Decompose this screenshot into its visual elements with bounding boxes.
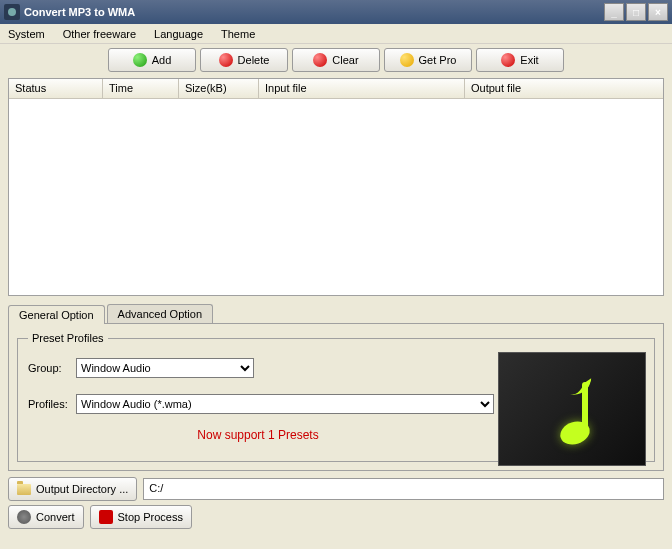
minimize-button[interactable]: _ xyxy=(604,3,624,21)
svg-point-0 xyxy=(8,8,16,16)
tab-general[interactable]: General Option xyxy=(8,305,105,324)
exit-button[interactable]: Exit xyxy=(476,48,564,72)
menu-language[interactable]: Language xyxy=(150,26,207,42)
preview-thumbnail xyxy=(498,352,646,466)
menu-bar: System Other freeware Language Theme xyxy=(0,24,672,44)
output-path-field[interactable]: C:/ xyxy=(143,478,664,500)
col-input[interactable]: Input file xyxy=(259,79,465,98)
stop-icon xyxy=(99,510,113,524)
col-size[interactable]: Size(kB) xyxy=(179,79,259,98)
group-label: Group: xyxy=(28,362,76,374)
star-icon xyxy=(400,53,414,67)
clear-button[interactable]: Clear xyxy=(292,48,380,72)
tab-panel-general: Preset Profiles Group: Window Audio Prof… xyxy=(8,323,664,471)
minus-icon xyxy=(219,53,233,67)
menu-other-freeware[interactable]: Other freeware xyxy=(59,26,140,42)
window-title: Convert MP3 to WMA xyxy=(24,6,604,18)
output-row: Output Directory ... C:/ xyxy=(8,477,664,501)
menu-system[interactable]: System xyxy=(4,26,49,42)
support-message: Now support 1 Presets xyxy=(28,428,488,442)
stop-process-button[interactable]: Stop Process xyxy=(90,505,192,529)
toolbar: Add Delete Clear Get Pro Exit xyxy=(0,44,672,76)
folder-icon xyxy=(17,484,31,495)
list-header: Status Time Size(kB) Input file Output f… xyxy=(9,79,663,99)
options-tabs: General Option Advanced Option Preset Pr… xyxy=(8,304,664,471)
profiles-label: Profiles: xyxy=(28,398,76,410)
output-directory-button[interactable]: Output Directory ... xyxy=(8,477,137,501)
tab-advanced[interactable]: Advanced Option xyxy=(107,304,213,323)
col-output[interactable]: Output file xyxy=(465,79,663,98)
exit-icon xyxy=(501,53,515,67)
profiles-select[interactable]: Window Audio (*.wma) xyxy=(76,394,494,414)
gear-icon xyxy=(17,510,31,524)
action-row: Convert Stop Process xyxy=(8,505,664,529)
get-pro-button[interactable]: Get Pro xyxy=(384,48,472,72)
delete-button[interactable]: Delete xyxy=(200,48,288,72)
convert-button[interactable]: Convert xyxy=(8,505,84,529)
add-button[interactable]: Add xyxy=(108,48,196,72)
preset-legend: Preset Profiles xyxy=(28,332,108,344)
file-list: Status Time Size(kB) Input file Output f… xyxy=(8,78,664,296)
close-button[interactable]: × xyxy=(648,3,668,21)
preset-profiles-group: Preset Profiles Group: Window Audio Prof… xyxy=(17,332,655,462)
col-status[interactable]: Status xyxy=(9,79,103,98)
maximize-button[interactable]: □ xyxy=(626,3,646,21)
app-icon xyxy=(4,4,20,20)
group-select[interactable]: Window Audio xyxy=(76,358,254,378)
plus-icon xyxy=(133,53,147,67)
col-time[interactable]: Time xyxy=(103,79,179,98)
clear-icon xyxy=(313,53,327,67)
title-bar: Convert MP3 to WMA _ □ × xyxy=(0,0,672,24)
menu-theme[interactable]: Theme xyxy=(217,26,259,42)
music-note-icon xyxy=(548,374,596,444)
list-body[interactable] xyxy=(9,99,663,295)
